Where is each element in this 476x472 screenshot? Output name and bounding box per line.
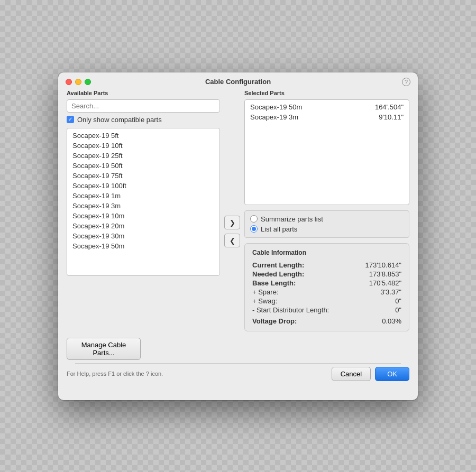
base-length-value: 170'5.482" <box>369 279 401 287</box>
list-item[interactable]: Socapex-19 50ft <box>67 161 219 171</box>
selected-item[interactable]: Socapex-19 50m 164'.504" <box>245 102 409 112</box>
add-to-selected-button[interactable]: ❯ <box>224 216 240 229</box>
list-item[interactable]: Socapex-19 10ft <box>67 141 219 151</box>
list-item[interactable]: Socapex-19 1m <box>67 191 219 201</box>
manage-cable-parts-button[interactable]: Manage Cable Parts... <box>67 338 141 360</box>
selected-item[interactable]: Socapex-19 3m 9'10.11" <box>245 112 409 122</box>
needed-length-label: Needed Length: <box>252 270 304 278</box>
compatible-parts-checkbox[interactable]: ✓ <box>67 116 74 123</box>
distributor-label: - Start Distributor Length: <box>252 306 329 314</box>
selected-item-value: 9'10.11" <box>379 113 404 121</box>
cable-configuration-dialog: Cable Configuration ? Available Parts ✓ … <box>58 72 418 400</box>
available-parts-panel: Available Parts ✓ Only show compatible p… <box>67 90 220 331</box>
maximize-button[interactable] <box>85 79 91 85</box>
distributor-value: 0" <box>395 306 401 314</box>
available-parts-label: Available Parts <box>67 90 220 96</box>
cancel-button[interactable]: Cancel <box>332 367 371 381</box>
voltage-drop-value: 0.03% <box>382 317 401 325</box>
list-item[interactable]: Socapex-19 20m <box>67 221 219 231</box>
base-length-label: Base Length: <box>252 279 296 287</box>
needed-length-row: Needed Length: 173'8.853" <box>252 270 401 279</box>
current-length-value: 173'10.614" <box>365 261 401 269</box>
available-parts-list[interactable]: Socapex-19 5ft Socapex-19 10ft Socapex-1… <box>67 128 220 276</box>
checkmark-icon: ✓ <box>68 117 72 122</box>
main-content: Available Parts ✓ Only show compatible p… <box>58 90 418 331</box>
summarize-radio-row[interactable]: Summarize parts list <box>250 215 404 223</box>
dialog-title: Cable Configuration <box>205 78 271 86</box>
compatible-parts-label: Only show compatible parts <box>77 116 162 124</box>
list-item[interactable]: Socapex-19 10m <box>67 211 219 221</box>
cable-info-section: Cable Information Current Length: 173'10… <box>244 243 409 331</box>
swag-value: 0" <box>395 297 401 305</box>
manage-button-row: Manage Cable Parts... <box>67 338 409 360</box>
footer-divider <box>75 363 401 364</box>
selected-item-name: Socapex-19 50m <box>250 103 302 111</box>
transfer-buttons: ❯ ❮ <box>220 90 244 331</box>
minimize-button[interactable] <box>75 79 81 85</box>
summarize-radio[interactable] <box>250 215 258 223</box>
traffic-lights <box>66 79 91 85</box>
summarize-label: Summarize parts list <box>261 215 323 223</box>
right-panel: Selected Parts Socapex-19 50m 164'.504" … <box>244 90 409 331</box>
list-item[interactable]: Socapex-19 50m <box>67 241 219 251</box>
list-item[interactable]: Socapex-19 3m <box>67 201 219 211</box>
list-item[interactable]: Socapex-19 30m <box>67 231 219 241</box>
dialog-footer: Manage Cable Parts... For Help, press F1… <box>58 331 418 388</box>
list-all-label: List all parts <box>261 225 297 233</box>
search-input[interactable] <box>67 99 220 113</box>
selected-item-value: 164'.504" <box>375 103 404 111</box>
list-all-radio[interactable] <box>250 225 258 233</box>
title-bar: Cable Configuration ? <box>58 72 418 90</box>
swag-row: + Swag: 0" <box>252 297 401 306</box>
swag-label: + Swag: <box>252 297 277 305</box>
voltage-drop-row: Voltage Drop: 0.03% <box>252 317 401 326</box>
spare-row: + Spare: 3'3.37" <box>252 288 401 297</box>
selected-parts-list[interactable]: Socapex-19 50m 164'.504" Socapex-19 3m 9… <box>244 99 409 205</box>
list-item[interactable]: Socapex-19 75ft <box>67 171 219 181</box>
help-icon[interactable]: ? <box>402 78 410 86</box>
remove-from-selected-button[interactable]: ❮ <box>224 234 240 247</box>
list-item[interactable]: Socapex-19 100ft <box>67 181 219 191</box>
close-button[interactable] <box>66 79 72 85</box>
voltage-drop-label: Voltage Drop: <box>252 317 297 325</box>
cable-info-title: Cable Information <box>252 249 401 256</box>
spare-value: 3'3.37" <box>380 288 401 296</box>
parts-list-options: Summarize parts list List all parts <box>244 210 409 238</box>
ok-button[interactable]: OK <box>375 367 409 381</box>
footer-bottom: For Help, press F1 or click the ? icon. … <box>67 367 409 381</box>
list-item[interactable]: Socapex-19 25ft <box>67 151 219 161</box>
compatible-parts-row: ✓ Only show compatible parts <box>67 116 220 124</box>
needed-length-value: 173'8.853" <box>369 270 401 278</box>
current-length-label: Current Length: <box>252 261 304 269</box>
spare-label: + Spare: <box>252 288 279 296</box>
current-length-row: Current Length: 173'10.614" <box>252 261 401 270</box>
base-length-row: Base Length: 170'5.482" <box>252 279 401 288</box>
list-all-radio-row[interactable]: List all parts <box>250 225 404 233</box>
help-text: For Help, press F1 or click the ? icon. <box>67 371 163 377</box>
distributor-row: - Start Distributor Length: 0" <box>252 306 401 314</box>
list-item[interactable]: Socapex-19 5ft <box>67 131 219 141</box>
selected-item-name: Socapex-19 3m <box>250 113 298 121</box>
selected-parts-label: Selected Parts <box>244 90 409 96</box>
action-buttons: Cancel OK <box>332 367 409 381</box>
